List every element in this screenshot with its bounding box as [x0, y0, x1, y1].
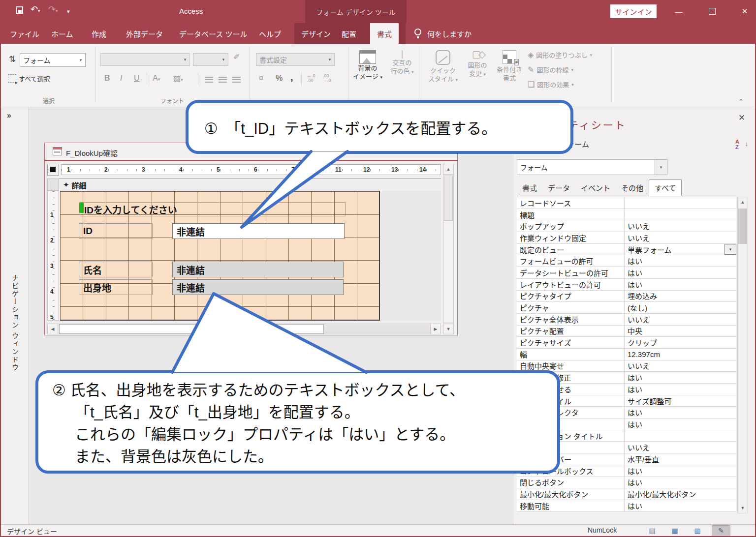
id-textbox-control[interactable]: 非連結 — [172, 223, 345, 239]
property-value[interactable] — [625, 197, 736, 209]
tab-external-data[interactable]: 外部データ — [124, 23, 165, 44]
property-label[interactable]: ピクチャ — [517, 302, 625, 313]
property-value[interactable]: 埋め込み — [625, 291, 736, 302]
tab-event[interactable]: イベント — [575, 180, 616, 196]
property-label[interactable]: ポップアップ — [517, 220, 625, 232]
object-selector-combo[interactable]: フォーム — [517, 159, 667, 175]
horizontal-scroll-thumb[interactable] — [59, 324, 324, 334]
property-value[interactable]: はい — [625, 465, 736, 477]
scroll-up-icon[interactable]: ▲ — [737, 197, 748, 208]
dropdown-caret-icon[interactable] — [724, 244, 736, 255]
design-view-button[interactable]: ✎ — [712, 525, 730, 536]
datasheet-view-button[interactable]: ▦ — [665, 525, 684, 536]
tell-me-box[interactable]: 何をしますか — [425, 23, 473, 44]
property-value[interactable]: はい — [625, 500, 736, 511]
property-label[interactable]: 閉じるボタン — [517, 477, 625, 488]
section-selector[interactable] — [47, 179, 59, 191]
property-value[interactable]: いいえ — [625, 220, 736, 232]
save-icon[interactable] — [16, 6, 23, 14]
property-label[interactable]: レコードソース — [517, 197, 625, 209]
tab-all[interactable]: すべて — [649, 179, 682, 196]
tab-database-tools[interactable]: データベース ツール — [177, 23, 249, 44]
chevron-down-icon[interactable] — [76, 54, 85, 66]
qat-customize-icon[interactable]: ▾ — [67, 7, 70, 16]
property-value[interactable] — [625, 209, 736, 220]
property-label[interactable]: 既定のビュー — [517, 244, 625, 255]
property-label[interactable]: 作業ウィンドウ固定 — [517, 232, 625, 243]
property-value[interactable]: 最小化/最大化ボタン — [625, 488, 736, 500]
detail-section-bar[interactable]: ✦ 詳細 — [59, 179, 441, 191]
property-value[interactable]: はい — [625, 267, 736, 278]
property-value[interactable]: 水平/垂直 — [625, 453, 736, 465]
origin-textbox-control[interactable]: 非連結 — [172, 279, 344, 295]
collapse-ribbon-icon[interactable]: ⌃ — [738, 98, 744, 105]
property-value[interactable]: いいえ — [625, 442, 736, 453]
name-label-control[interactable]: 氏名 — [79, 262, 153, 277]
property-scrollbar[interactable] — [737, 197, 748, 513]
property-label[interactable]: 幅 — [517, 349, 625, 360]
property-value[interactable]: いいえ — [625, 314, 736, 325]
property-label[interactable]: 標題 — [517, 209, 625, 220]
name-textbox-control[interactable]: 非連結 — [172, 262, 344, 277]
scroll-right-icon[interactable]: ▶ — [430, 324, 441, 334]
tab-create[interactable]: 作成 — [90, 23, 108, 44]
property-label[interactable]: レイアウトビューの許可 — [517, 279, 625, 290]
property-label[interactable]: 自動中央寄せ — [517, 360, 625, 372]
property-value[interactable]: いいえ — [625, 232, 736, 243]
select-all-button[interactable]: すべて選択 — [8, 74, 50, 83]
scroll-left-icon[interactable]: ◀ — [47, 324, 58, 334]
scroll-down-icon[interactable]: ▼ — [737, 503, 748, 513]
form-view-button[interactable]: ▤ — [643, 525, 662, 536]
horizontal-ruler[interactable]: 123456711121314 — [61, 164, 441, 175]
maximize-button[interactable] — [702, 4, 723, 19]
property-value[interactable]: はい — [625, 372, 736, 383]
property-value[interactable]: サイズ調整可 — [625, 395, 736, 407]
tab-data[interactable]: データ — [542, 180, 575, 196]
selection-type-combo[interactable]: フォーム — [20, 53, 86, 67]
minimize-button[interactable]: — — [668, 4, 689, 19]
redo-icon[interactable]: ↷▾ — [48, 5, 58, 15]
property-value[interactable]: はい — [625, 255, 736, 267]
property-value[interactable]: 単票フォーム — [625, 244, 736, 255]
property-value[interactable]: 12.397cm — [625, 349, 736, 360]
vertical-scroll-thumb[interactable] — [444, 176, 453, 221]
vertical-ruler[interactable]: 12345 — [47, 191, 59, 321]
chevron-down-icon[interactable] — [655, 160, 667, 175]
property-label[interactable]: ピクチャサイズ — [517, 337, 625, 348]
property-label[interactable]: 最小化/最大化ボタン — [517, 488, 625, 500]
tab-format[interactable]: 書式 — [517, 180, 542, 196]
expand-nav-pane-icon[interactable]: » — [7, 111, 11, 120]
sign-in-button[interactable]: サインイン — [610, 4, 657, 18]
property-label[interactable]: フォームビューの許可 — [517, 255, 625, 267]
form-selector-box[interactable] — [47, 164, 59, 176]
tab-design[interactable]: デザイン — [299, 23, 333, 44]
property-label[interactable]: データシートビューの許可 — [517, 267, 625, 278]
property-value[interactable]: はい — [625, 384, 736, 395]
tab-help[interactable]: ヘルプ — [257, 23, 283, 44]
property-value[interactable]: (なし) — [625, 302, 736, 313]
sort-az-icon[interactable]: AZ↓ — [735, 139, 748, 152]
property-label[interactable]: ピクチャ全体表示 — [517, 314, 625, 325]
property-value[interactable]: いいえ — [625, 360, 736, 372]
property-label[interactable]: 移動可能 — [517, 500, 625, 511]
undo-icon[interactable]: ↶▾ — [31, 5, 40, 15]
property-value[interactable]: はい — [625, 418, 736, 430]
property-label[interactable]: ピクチャタイプ — [517, 291, 625, 302]
property-value[interactable]: クリップ — [625, 337, 736, 348]
origin-label-control[interactable]: 出身地 — [79, 279, 153, 295]
tab-other[interactable]: その他 — [616, 180, 649, 196]
property-value[interactable] — [625, 430, 736, 442]
property-scroll-thumb[interactable] — [738, 209, 747, 244]
scroll-up-icon[interactable]: ▲ — [443, 164, 454, 175]
property-value[interactable]: はい — [625, 407, 736, 418]
tab-format-active[interactable]: 書式 — [370, 23, 399, 44]
tab-arrange[interactable]: 配置 — [340, 23, 358, 44]
tab-file[interactable]: ファイル — [8, 23, 41, 44]
property-value[interactable]: はい — [625, 279, 736, 290]
property-sheet-close-icon[interactable]: ✕ — [738, 113, 745, 123]
property-value[interactable]: はい — [625, 477, 736, 488]
id-label-control[interactable]: ID — [79, 223, 153, 239]
close-button[interactable]: ✕ — [734, 4, 755, 19]
prompt-label-control[interactable]: IDを入力してください — [80, 202, 346, 216]
tab-home[interactable]: ホーム — [49, 23, 75, 44]
